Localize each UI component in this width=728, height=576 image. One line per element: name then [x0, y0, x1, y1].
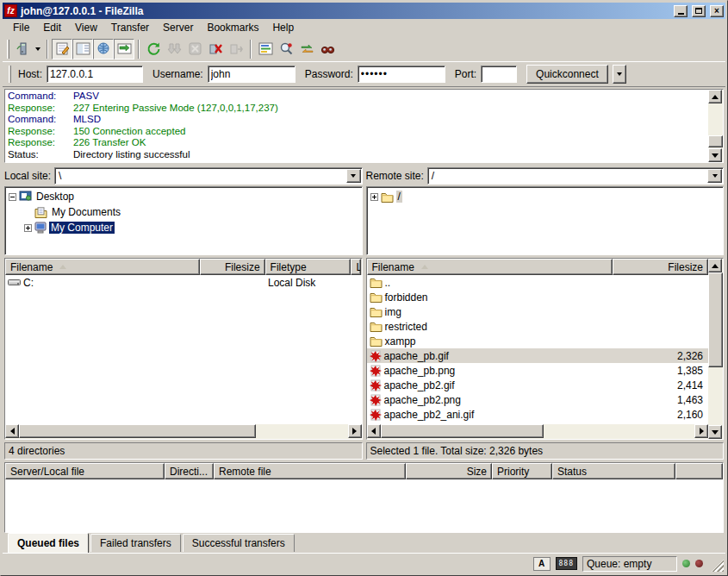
menu-bookmarks[interactable]: Bookmarks — [200, 20, 265, 35]
tree-item-label: My Computer — [49, 222, 115, 234]
menu-help[interactable]: Help — [265, 20, 301, 35]
sync-icon — [300, 41, 314, 56]
column-header-filesize[interactable]: Filesize — [613, 259, 709, 275]
tree-item--[interactable]: / — [369, 189, 722, 204]
file-row-forbidden[interactable]: forbidden — [367, 290, 709, 304]
scroll-up-icon[interactable] — [708, 259, 722, 272]
refresh-icon — [146, 41, 161, 56]
tree-item-my-documents[interactable]: My Documents — [7, 204, 360, 220]
synchronized-browsing-button[interactable] — [296, 39, 317, 59]
file-row-..[interactable]: .. — [367, 275, 709, 290]
directory-comparison-button[interactable] — [255, 39, 276, 59]
collapse-icon[interactable] — [9, 193, 16, 201]
local-site-combo[interactable]: \ — [54, 167, 362, 185]
scroll-down-icon[interactable] — [708, 425, 722, 439]
expand-icon[interactable] — [370, 193, 378, 201]
quickconnect-button[interactable]: Quickconnect — [526, 65, 608, 84]
log-line-text: 226 Transfer OK — [73, 137, 146, 149]
expand-icon[interactable] — [24, 224, 32, 232]
remote-vertical-scrollbar[interactable] — [708, 259, 723, 439]
column-header-filename[interactable]: Filename — [367, 259, 613, 275]
queue-column-priority[interactable]: Priority — [492, 463, 552, 479]
minimize-button[interactable] — [674, 5, 688, 17]
column-header-filename[interactable]: Filename — [5, 259, 200, 275]
local-pane: Local site: \ DesktopMy DocumentsMy Comp… — [4, 166, 363, 460]
queue-view-icon — [117, 41, 132, 56]
close-button[interactable]: × — [710, 5, 724, 17]
scroll-left-icon[interactable] — [367, 424, 381, 438]
local-site-label: Local site: — [4, 170, 51, 182]
scrollbar-thumb[interactable] — [708, 135, 723, 147]
column-header-filetype[interactable]: Filetype — [265, 259, 352, 275]
site-manager-button-dropdown[interactable] — [33, 39, 43, 59]
refresh-button[interactable] — [143, 39, 164, 59]
scroll-up-icon[interactable] — [708, 90, 722, 103]
file-row-apache-pb2.png[interactable]: apache_pb2.png1,463 — [367, 392, 709, 407]
toggle-remote-tree-button[interactable] — [93, 39, 114, 59]
toggle-local-tree-button[interactable] — [72, 39, 93, 59]
menu-edit[interactable]: Edit — [36, 20, 68, 35]
queue-column-remote-file[interactable]: Remote file — [214, 463, 406, 479]
local-site-dropdown-button[interactable] — [346, 169, 361, 183]
username-input[interactable] — [208, 66, 296, 83]
toggle-transfer-queue-button[interactable] — [114, 39, 134, 59]
column-label: L — [356, 261, 361, 273]
menu-server[interactable]: Server — [156, 20, 200, 35]
find-icon — [320, 41, 335, 56]
column-header-l[interactable]: L — [351, 259, 361, 275]
file-row-apache-pb2.gif[interactable]: apache_pb2.gif2,414 — [367, 378, 709, 392]
menu-view[interactable]: View — [68, 20, 104, 35]
tree-item-desktop[interactable]: Desktop — [7, 189, 360, 204]
tab-successful-transfers[interactable]: Successful transfers — [183, 534, 295, 552]
tab-queued-files[interactable]: Queued files — [8, 533, 89, 553]
scrollbar-thumb[interactable] — [19, 424, 256, 438]
file-name-cell: .. — [367, 277, 613, 289]
status-led-red-icon — [695, 560, 703, 567]
scrollbar-thumb[interactable] — [381, 424, 544, 438]
local-list-rows: C:Local Disk — [5, 275, 362, 424]
remote-site-combo[interactable]: / — [427, 167, 724, 185]
disconnect-button[interactable] — [205, 39, 226, 59]
scroll-right-icon[interactable] — [348, 424, 362, 438]
file-row-apache-pb.png[interactable]: apache_pb.png1,385 — [367, 363, 709, 378]
queue-column-server-local-file[interactable]: Server/Local file — [5, 463, 165, 479]
file-row-apache-pb2-ani.gif[interactable]: apache_pb2_ani.gif2,160 — [367, 407, 709, 422]
scroll-down-icon[interactable] — [708, 148, 722, 162]
speed-limits-icon[interactable]: 888 — [556, 557, 577, 570]
file-name-cell: apache_pb.png — [367, 365, 613, 377]
resize-grip[interactable] — [712, 560, 724, 572]
file-row-apache-pb.gif[interactable]: apache_pb.gif2,326 — [367, 348, 709, 363]
menu-file[interactable]: File — [6, 20, 36, 35]
image-file-icon — [370, 394, 382, 406]
queue-column-status[interactable]: Status — [552, 463, 675, 479]
password-input[interactable] — [358, 66, 445, 83]
site-manager-button[interactable] — [12, 39, 33, 59]
queue-column-size[interactable]: Size — [406, 463, 492, 479]
local-list-headers: FilenameFilesizeFiletypeL — [5, 259, 362, 275]
port-input[interactable] — [481, 66, 517, 83]
column-header-filesize[interactable]: Filesize — [200, 259, 265, 275]
filename-filters-button[interactable] — [276, 39, 296, 59]
tab-failed-transfers[interactable]: Failed transfers — [90, 534, 181, 552]
file-row-xampp[interactable]: xampp — [367, 334, 709, 348]
menu-transfer[interactable]: Transfer — [104, 20, 156, 35]
find-files-button[interactable] — [317, 39, 338, 59]
host-input[interactable] — [47, 66, 143, 83]
file-row-c-[interactable]: C:Local Disk — [5, 275, 362, 290]
quickconnect-dropdown-button[interactable] — [613, 65, 626, 84]
process-queue-icon — [167, 41, 182, 56]
tree-item-my-computer[interactable]: My Computer — [7, 220, 360, 235]
toggle-message-log-button[interactable] — [52, 39, 72, 59]
maximize-button[interactable] — [692, 5, 706, 17]
local-horizontal-scrollbar[interactable] — [5, 424, 362, 439]
remote-horizontal-scrollbar[interactable] — [367, 424, 709, 439]
file-row-restricted[interactable]: restricted — [367, 319, 709, 334]
remote-site-dropdown-button[interactable] — [707, 169, 722, 183]
scroll-left-icon[interactable] — [5, 424, 19, 438]
message-log-scrollbar[interactable] — [708, 90, 723, 162]
file-row-img[interactable]: img — [367, 304, 709, 319]
scroll-right-icon[interactable] — [694, 424, 708, 438]
scrollbar-thumb[interactable] — [708, 272, 723, 367]
queue-column-directi-[interactable]: Directi... — [165, 463, 214, 479]
transfer-type-indicator-icon[interactable]: A — [533, 557, 551, 571]
